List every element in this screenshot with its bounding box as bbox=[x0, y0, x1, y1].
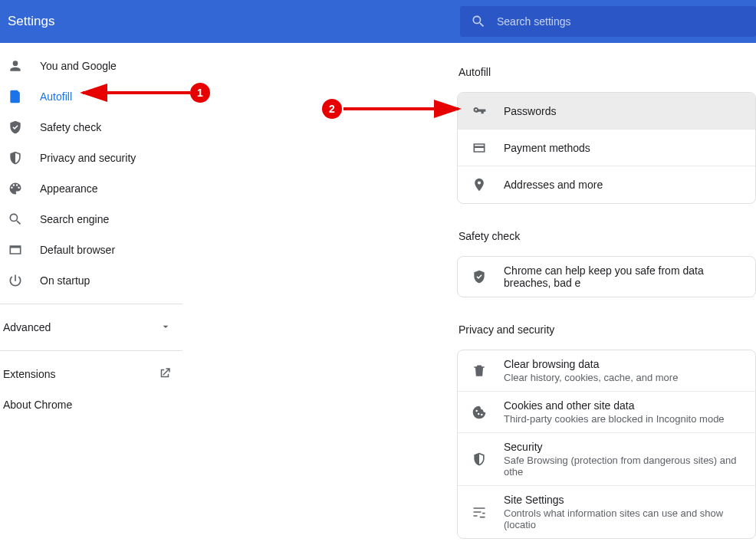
browser-icon bbox=[8, 242, 23, 258]
sidebar-item-label: Appearance bbox=[40, 182, 98, 195]
key-icon bbox=[472, 103, 487, 119]
power-icon bbox=[8, 273, 23, 288]
row-passwords[interactable]: Passwords bbox=[458, 93, 755, 130]
row-sublabel: Clear history, cookies, cache, and more bbox=[504, 372, 678, 383]
row-sublabel: Controls what information sites can use … bbox=[504, 507, 741, 530]
section-title-autofill: Autofill bbox=[459, 66, 756, 78]
card-icon bbox=[472, 140, 487, 156]
sidebar-divider bbox=[0, 304, 182, 304]
section-title-safety: Safety check bbox=[459, 230, 756, 242]
row-label: Security bbox=[504, 441, 741, 453]
autofill-icon bbox=[8, 89, 23, 104]
row-label: Payment methods bbox=[504, 142, 590, 154]
palette-icon bbox=[8, 181, 23, 196]
row-clear-browsing-data[interactable]: Clear browsing data Clear history, cooki… bbox=[458, 350, 755, 392]
page-title: Settings bbox=[8, 14, 54, 29]
external-link-icon bbox=[158, 366, 172, 382]
sidebar-item-safety-check[interactable]: Safety check bbox=[0, 112, 182, 143]
row-safety-info[interactable]: Chrome can help keep you safe from data … bbox=[458, 257, 755, 297]
row-security[interactable]: Security Safe Browsing (protection from … bbox=[458, 433, 755, 486]
row-label: Addresses and more bbox=[504, 179, 603, 191]
sidebar-item-on-startup[interactable]: On startup bbox=[0, 265, 182, 296]
row-sublabel: Safe Browsing (protection from dangerous… bbox=[504, 455, 741, 478]
trash-icon bbox=[472, 363, 487, 379]
sidebar-item-you-and-google[interactable]: You and Google bbox=[0, 51, 182, 81]
sidebar-item-label: Default browser bbox=[40, 244, 115, 256]
sidebar: You and Google Autofill Safety check Pri… bbox=[0, 43, 182, 545]
sidebar-item-appearance[interactable]: Appearance bbox=[0, 173, 182, 204]
sidebar-item-label: Autofill bbox=[40, 90, 72, 103]
card-safety: Chrome can help keep you safe from data … bbox=[457, 256, 756, 297]
card-privacy: Clear browsing data Clear history, cooki… bbox=[457, 350, 756, 539]
search-icon bbox=[8, 212, 23, 227]
search-icon bbox=[471, 14, 486, 29]
sidebar-item-label: Safety check bbox=[40, 121, 101, 133]
shield-icon bbox=[8, 150, 23, 166]
person-icon bbox=[8, 58, 23, 74]
row-site-settings[interactable]: Site Settings Controls what information … bbox=[458, 486, 755, 538]
row-sublabel: Third-party cookies are blocked in Incog… bbox=[504, 413, 725, 425]
card-autofill: Passwords Payment methods Addresses and … bbox=[457, 92, 756, 204]
sidebar-item-label: You and Google bbox=[40, 60, 117, 72]
search-container[interactable] bbox=[460, 6, 756, 37]
shield-check-icon bbox=[8, 120, 23, 135]
sidebar-item-default-browser[interactable]: Default browser bbox=[0, 235, 182, 265]
row-label: Cookies and other site data bbox=[504, 399, 725, 412]
extensions-label: Extensions bbox=[3, 368, 55, 380]
sidebar-item-label: Search engine bbox=[40, 213, 109, 225]
shield-icon bbox=[472, 451, 487, 467]
row-label: Site Settings bbox=[504, 494, 741, 506]
sidebar-item-autofill[interactable]: Autofill bbox=[0, 81, 182, 112]
row-label: Chrome can help keep you safe from data … bbox=[504, 264, 741, 289]
chevron-down-icon bbox=[159, 320, 172, 335]
row-label: Clear browsing data bbox=[504, 358, 678, 370]
section-title-privacy: Privacy and security bbox=[459, 323, 756, 336]
row-payment-methods[interactable]: Payment methods bbox=[458, 130, 755, 166]
search-input[interactable] bbox=[497, 15, 745, 28]
row-label: Passwords bbox=[504, 105, 556, 117]
sidebar-item-about[interactable]: About Chrome bbox=[0, 389, 182, 420]
sidebar-item-extensions[interactable]: Extensions bbox=[0, 359, 182, 389]
sidebar-divider bbox=[0, 350, 182, 351]
about-label: About Chrome bbox=[3, 399, 72, 411]
row-cookies[interactable]: Cookies and other site data Third-party … bbox=[458, 392, 755, 433]
sidebar-item-privacy[interactable]: Privacy and security bbox=[0, 143, 182, 173]
header-bar: Settings bbox=[0, 0, 756, 43]
sidebar-item-label: Privacy and security bbox=[40, 152, 136, 164]
sidebar-item-label: On startup bbox=[40, 274, 90, 287]
sidebar-item-search-engine[interactable]: Search engine bbox=[0, 204, 182, 235]
main-content: Autofill Passwords Payment methods Addre… bbox=[182, 43, 756, 545]
advanced-label: Advanced bbox=[3, 321, 51, 333]
row-addresses[interactable]: Addresses and more bbox=[458, 166, 755, 203]
sliders-icon bbox=[472, 504, 487, 520]
sidebar-item-advanced[interactable]: Advanced bbox=[0, 312, 182, 343]
location-icon bbox=[472, 177, 487, 192]
shield-check-icon bbox=[472, 269, 487, 284]
cookie-icon bbox=[472, 405, 487, 420]
